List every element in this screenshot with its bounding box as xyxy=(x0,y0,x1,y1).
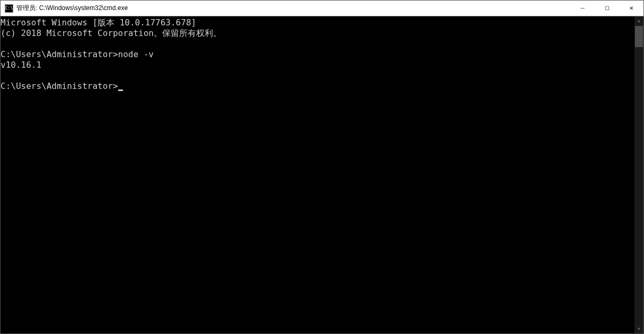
maximize-button[interactable]: ☐ xyxy=(595,1,619,16)
close-button[interactable]: ✕ xyxy=(619,1,643,16)
terminal-output[interactable]: Microsoft Windows [版本 10.0.17763.678] (c… xyxy=(1,16,634,333)
terminal-line: Microsoft Windows [版本 10.0.17763.678] xyxy=(1,17,196,28)
cmd-icon-text: C:\ xyxy=(5,6,13,11)
window-controls: ─ ☐ ✕ xyxy=(570,1,643,16)
terminal-prompt: C:\Users\Administrator> xyxy=(1,81,123,91)
terminal-line: v10.16.1 xyxy=(1,60,41,70)
content-area: Microsoft Windows [版本 10.0.17763.678] (c… xyxy=(1,16,643,333)
terminal-line: (c) 2018 Microsoft Corporation。保留所有权利。 xyxy=(1,28,222,38)
cmd-icon: C:\ xyxy=(5,4,13,13)
command-text: node -v xyxy=(118,49,154,59)
window-title: 管理员: C:\Windows\system32\cmd.exe xyxy=(16,4,570,13)
scrollbar-up-arrow[interactable]: ▲ xyxy=(634,16,643,25)
maximize-icon: ☐ xyxy=(605,5,610,11)
cursor xyxy=(118,89,123,91)
minimize-button[interactable]: ─ xyxy=(570,1,595,16)
terminal-prompt: C:\Users\Administrator>node -v xyxy=(1,49,154,59)
prompt-text: C:\Users\Administrator> xyxy=(1,81,118,91)
scrollbar-vertical[interactable]: ▲ ▼ xyxy=(634,16,643,333)
scrollbar-thumb[interactable] xyxy=(635,26,643,47)
close-icon: ✕ xyxy=(629,5,633,11)
prompt-text: C:\Users\Administrator> xyxy=(1,49,118,59)
cmd-window: C:\ 管理员: C:\Windows\system32\cmd.exe ─ ☐… xyxy=(0,0,644,334)
minimize-icon: ─ xyxy=(580,5,584,11)
scrollbar-down-arrow[interactable]: ▼ xyxy=(634,324,643,333)
titlebar[interactable]: C:\ 管理员: C:\Windows\system32\cmd.exe ─ ☐… xyxy=(1,1,643,16)
